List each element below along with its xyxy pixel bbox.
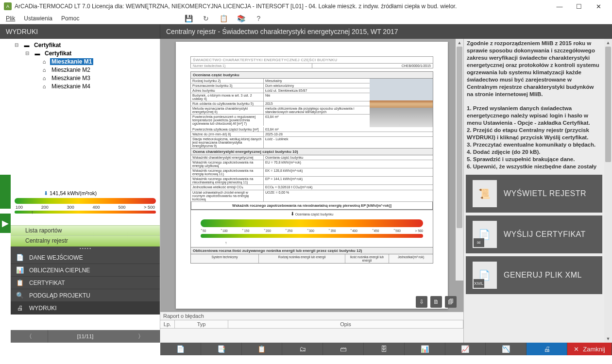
preview-scrollbar[interactable]: ▲ [456,39,463,281]
page-indicator: [11/11] [48,333,122,339]
close-button[interactable]: ✕ [589,0,608,13]
gauge-pointer-icon: ⬇ [44,190,48,196]
link-central-register[interactable]: Centralny rejestr [11,236,160,247]
link-report-list[interactable]: Lista raportów [11,225,160,236]
magnifier-icon: 🔍 [16,292,24,299]
export-icon-3[interactable]: 🗐 [445,296,457,308]
bottom-tool-1[interactable]: 📄 [160,343,201,355]
bottom-tool-3[interactable]: 📋 [242,343,283,355]
view-register-button[interactable]: 📜 WYŚWIETL REJESTR [466,175,602,213]
error-report-panel: Raport o błędach Lp. Typ Opis [160,312,463,343]
book-icon[interactable]: 📚 [237,14,245,23]
minimize-button[interactable]: — [550,0,569,13]
nav-certificate[interactable]: 📋CERTYFIKAT [11,277,160,289]
resize-grip[interactable]: • • • • • [11,247,160,251]
gauge-value: 141,54 kWh/(m²rok) [50,190,97,196]
nav-printouts[interactable]: 🖨WYDRUKI [11,302,160,314]
refresh-icon[interactable]: ↻ [202,14,210,23]
building-photo [370,79,433,127]
maximize-button[interactable]: ☐ [569,0,589,13]
printer-icon: 🖨 [16,304,24,312]
energy-gauge: ⬇ 141,54 kWh/(m²rok) 100200300 400500> 5… [11,189,160,225]
bottom-tool-6[interactable]: 🗄 [364,343,405,355]
xml-doc-icon: 📄XML [473,262,497,289]
document-icon: 📄 [16,254,24,261]
menu-help[interactable]: Pomoc [61,15,79,22]
house-icon: ⌂ [41,67,48,73]
menu-settings[interactable]: Ustawienia [24,15,52,22]
table-icon: 📊 [16,266,24,274]
house-icon: ⌂ [41,59,48,65]
register-doc-icon: 📜 [473,180,497,207]
window-title: ArCADia-TERMOCAD LT 7.0 Licencja dla: WE… [15,3,550,10]
folder-icon: ▬ [34,50,41,56]
info-text: Zgodnie z rozporządzeniem MIiB z 2015 ro… [466,40,602,172]
left-panel-header: WYDRUKI [0,24,160,39]
clipboard-icon[interactable]: 📋 [219,14,228,23]
tree-node-root[interactable]: ⊟ ▬ Certyfikat [14,41,157,49]
bottom-tool-9[interactable]: 📉 [486,343,527,355]
page-next-button[interactable]: 〉 [122,330,160,343]
clipboard-icon: 📋 [16,279,24,286]
tree-leaf-m4[interactable]: ⌂ Mieszkanie M4 [14,82,157,90]
app-logo: A [4,2,12,10]
export-icon-2[interactable]: 🗎 [430,296,442,308]
export-icon-1[interactable]: ⇩ [416,296,427,308]
bottom-print-button[interactable]: 🖨 [527,343,567,355]
send-certificate-button[interactable]: 📄✉ WYŚLIJ CERTYFIKAT [466,215,602,253]
page-prev-button[interactable]: 〈 [11,330,48,343]
send-doc-icon: 📄✉ [473,221,497,248]
nav-thermal-calc[interactable]: 📊OBLICZENIA CIEPLNE [11,264,160,277]
tree-node-child[interactable]: ⊟ ▬ Certyfikat [14,49,157,57]
tree-leaf-m1[interactable]: ⌂ Mieszkanie M1 [14,57,157,66]
report-tree[interactable]: ⊟ ▬ Certyfikat ⊟ ▬ Certyfikat ⌂ Mieszkan… [11,39,160,189]
bottom-tool-5[interactable]: 🗃 [323,343,364,355]
nav-input-data[interactable]: 📄DANE WEJŚCIOWE [11,251,160,264]
save-icon[interactable]: 💾 [184,14,193,23]
right-panel-header: Centralny rejestr - Świadectwo charakter… [160,24,612,39]
house-icon: ⌂ [41,75,48,81]
folder-icon: ▬ [23,42,30,48]
info-scrollbar[interactable]: ▲ ▼ [604,39,612,343]
generate-xml-button[interactable]: 📄XML GENERUJ PLIK XML [466,256,602,294]
nav-project-preview[interactable]: 🔍PODGLĄD PROJEKTU [11,289,160,302]
bottom-tool-7[interactable]: 📊 [405,343,445,355]
menu-file[interactable]: Plik [6,15,15,22]
expand-arrow-icon[interactable]: ▶ [0,214,11,233]
bottom-tool-2[interactable]: 📑 [201,343,242,355]
house-icon: ⌂ [41,83,48,89]
tree-leaf-m3[interactable]: ⌂ Mieszkanie M3 [14,74,157,82]
help-icon[interactable]: ? [254,14,263,23]
document-preview: ŚWIADECTWO CHARAKTERYSTYKI ENERGETYCZNEJ… [176,42,448,309]
envelope-icon: ✉ [474,238,484,247]
bottom-tool-4[interactable]: 🗂 [282,343,323,355]
tree-leaf-m2[interactable]: ⌂ Mieszkanie M2 [14,66,157,74]
side-handle[interactable]: ▶ [0,39,11,343]
bottom-tool-8[interactable]: 📈 [445,343,486,355]
bottom-close-button[interactable]: ✕ Zamknij [567,343,612,355]
